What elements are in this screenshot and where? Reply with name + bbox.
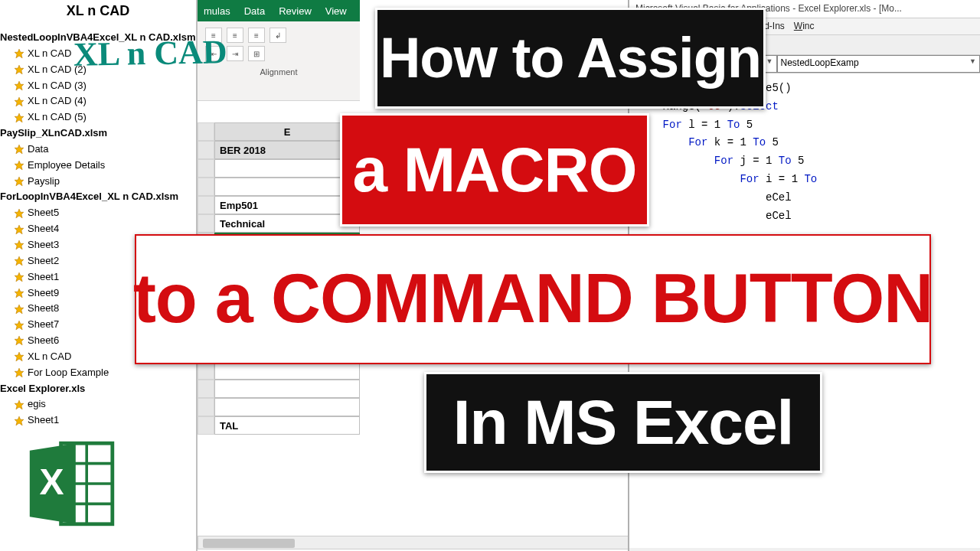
explorer-title: XL n CAD	[0, 3, 196, 19]
svg-marker-9	[15, 225, 24, 234]
select-all-corner[interactable]	[198, 122, 214, 141]
thumbnail-title-line2: a MACRO	[340, 113, 649, 227]
svg-marker-14	[15, 305, 24, 314]
svg-marker-6	[15, 161, 24, 170]
vba-menu-item[interactable]: Winc	[794, 21, 815, 32]
sheet-item[interactable]: XL n CAD	[0, 46, 196, 62]
thumbnail-title-line4: In MS Excel	[424, 372, 822, 473]
ribbon-tab[interactable]: mulas	[204, 5, 230, 17]
grid-cell[interactable]: BER 2018	[214, 141, 360, 159]
star-icon	[14, 399, 24, 410]
column-header[interactable]: E	[214, 122, 360, 141]
star-icon	[14, 208, 24, 219]
svg-marker-5	[15, 145, 24, 154]
sheet-item[interactable]: XL n CAD (3)	[0, 78, 196, 94]
svg-marker-1	[15, 65, 24, 74]
row-number[interactable]	[198, 178, 214, 196]
grid-cell[interactable]: TAL	[214, 416, 360, 435]
svg-marker-0	[15, 49, 24, 58]
grid-cell[interactable]	[214, 398, 360, 416]
star-icon	[14, 48, 24, 59]
row-number[interactable]	[198, 398, 214, 416]
grid-cell[interactable]: Emp501	[214, 196, 360, 214]
merge-button[interactable]: ⊞	[248, 46, 265, 61]
star-icon	[14, 256, 24, 266]
excel-ribbon[interactable]: ≡ ≡ ≡ ↲ ⇤ ⇥ ⊞ Alignment	[198, 21, 360, 101]
svg-marker-16	[15, 337, 24, 346]
grid-cell[interactable]	[214, 159, 360, 178]
sheet-item[interactable]: For Loop Example	[0, 365, 196, 381]
indent-inc-button[interactable]: ⇥	[227, 46, 243, 61]
svg-marker-2	[15, 81, 24, 90]
svg-marker-8	[15, 209, 24, 218]
svg-text:X: X	[40, 461, 64, 502]
sheet-item[interactable]: Sheet5	[0, 205, 196, 221]
svg-marker-13	[15, 289, 24, 298]
star-icon	[14, 351, 24, 362]
indent-dec-button[interactable]: ⇤	[205, 46, 222, 61]
star-icon	[14, 80, 24, 91]
star-icon	[14, 288, 24, 298]
star-icon	[14, 160, 24, 171]
ribbon-tab[interactable]: View	[325, 5, 347, 17]
row-number[interactable]	[198, 416, 214, 435]
align-right-button[interactable]: ≡	[248, 28, 265, 43]
star-icon	[14, 304, 24, 315]
excel-ribbon-tabs[interactable]: mulasDataReviewView	[198, 0, 360, 21]
ribbon-tab[interactable]: Review	[279, 5, 312, 17]
star-icon	[14, 176, 24, 187]
row-number[interactable]	[198, 141, 214, 159]
star-icon	[14, 272, 24, 282]
sheet-item[interactable]: XL n CAD (5)	[0, 109, 196, 126]
workbook-item[interactable]: NestedLoopInVBA4Excel_XL n CAD.xlsm	[0, 30, 196, 46]
vba-proc-dropdown[interactable]: NestedLoopExamp	[777, 55, 981, 73]
svg-marker-18	[15, 368, 24, 377]
svg-marker-20	[15, 416, 24, 425]
sheet-item[interactable]: Data	[0, 142, 196, 158]
sheet-item[interactable]: Payslip	[0, 174, 196, 190]
svg-marker-17	[15, 352, 24, 361]
star-icon	[14, 335, 24, 346]
sheet-item[interactable]: XL n CAD (2)	[0, 62, 196, 78]
align-center-button[interactable]: ≡	[227, 28, 243, 43]
row-number[interactable]	[198, 196, 214, 214]
svg-marker-19	[15, 400, 24, 409]
star-icon	[14, 224, 24, 235]
thumbnail-title-line1: How to Assign	[375, 8, 766, 109]
grid-cell[interactable]	[214, 178, 360, 196]
svg-marker-3	[15, 97, 24, 106]
star-icon	[14, 416, 24, 426]
star-icon	[14, 240, 24, 250]
thumbnail-title-line3: to a COMMAND BUTTON	[135, 234, 931, 364]
sheet-item[interactable]: XL n CAD (4)	[0, 93, 196, 109]
sheet-item[interactable]: Sheet1	[0, 412, 196, 429]
star-icon	[14, 144, 24, 155]
workbook-item[interactable]: PaySlip_XLnCAD.xlsm	[0, 126, 196, 142]
svg-marker-11	[15, 256, 24, 266]
row-number[interactable]	[198, 159, 214, 178]
svg-marker-15	[15, 321, 24, 330]
sheet-item[interactable]: egis	[0, 396, 196, 412]
row-number[interactable]	[198, 214, 214, 233]
star-icon	[14, 367, 24, 378]
star-icon	[14, 96, 24, 107]
grid-cell[interactable]	[214, 380, 360, 398]
svg-marker-4	[15, 113, 24, 122]
ribbon-group-label: Alignment	[205, 67, 352, 77]
workbook-item[interactable]: ForLoopInVBA4Excel_XL n CAD.xlsm	[0, 189, 196, 205]
svg-marker-10	[15, 241, 24, 250]
align-left-button[interactable]: ≡	[205, 28, 222, 43]
star-icon	[14, 64, 24, 75]
explorer-tree[interactable]: NestedLoopInVBA4Excel_XL n CAD.xlsmXL n …	[0, 30, 196, 429]
svg-marker-12	[15, 272, 24, 282]
star-icon	[14, 112, 24, 123]
row-number[interactable]	[198, 380, 214, 398]
excel-logo-icon: X	[26, 438, 118, 522]
sheet-item[interactable]: Employee Details	[0, 158, 196, 174]
ribbon-tab[interactable]: Data	[244, 5, 265, 17]
workbook-item[interactable]: Excel Explorer.xls	[0, 381, 196, 397]
grid-cell[interactable]: Technical	[214, 214, 360, 233]
star-icon	[14, 320, 24, 331]
svg-marker-7	[15, 177, 24, 186]
wrap-text-button[interactable]: ↲	[270, 28, 286, 43]
